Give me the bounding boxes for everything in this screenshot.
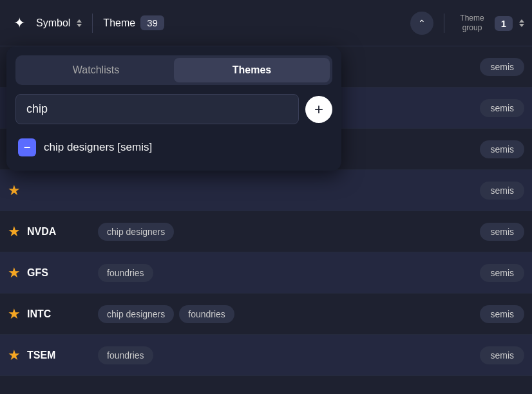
theme-label: Theme xyxy=(103,17,135,29)
tag-foundries: foundries xyxy=(98,346,153,364)
semis-badge: semis xyxy=(480,58,524,76)
collapse-button[interactable]: ⌃ xyxy=(410,12,433,35)
theme-group-label: Themegroup xyxy=(460,14,484,32)
group-badge-area: semis xyxy=(447,223,524,241)
tag-chip-designers: chip designers xyxy=(98,223,174,241)
semis-badge: semis xyxy=(480,264,524,282)
semis-badge: semis xyxy=(480,182,524,200)
add-theme-button[interactable]: + xyxy=(305,96,332,123)
tags-area: foundries xyxy=(98,346,447,364)
tags-area: foundries xyxy=(98,264,447,282)
semis-badge: semis xyxy=(480,223,524,241)
theme-group-count-badge: 1 xyxy=(495,16,513,31)
table-row: ★ TSEM foundries semis xyxy=(0,335,532,376)
group-badge-area: semis xyxy=(447,264,524,282)
theme-group-block: Themegroup xyxy=(460,14,484,32)
tags-area: chip designers foundries xyxy=(98,305,447,323)
semis-badge: semis xyxy=(480,305,524,323)
dropdown-panel: Watchlists Themes + chip designers [semi… xyxy=(6,46,341,171)
star-icon[interactable]: ★ xyxy=(8,265,21,281)
star-icon[interactable]: ★ xyxy=(8,306,21,323)
divider xyxy=(92,14,93,33)
tab-watchlists[interactable]: Watchlists xyxy=(18,58,174,82)
tab-row: Watchlists Themes xyxy=(15,55,332,85)
star-icon[interactable]: ★ xyxy=(8,347,21,364)
symbol-sort-arrows[interactable] xyxy=(77,19,82,27)
group-badge-area: semis xyxy=(447,140,524,158)
tags-area: chip designers xyxy=(98,223,447,241)
table-row: ★ NVDA chip designers semis xyxy=(0,211,532,252)
group-badge-area: semis xyxy=(447,58,524,76)
tab-themes[interactable]: Themes xyxy=(174,58,330,82)
top-bar: ✦ Symbol Theme 39 ⌃ Themegroup 1 xyxy=(0,0,532,46)
group-badge-area: semis xyxy=(447,305,524,323)
search-input[interactable] xyxy=(15,94,299,124)
semis-badge: semis xyxy=(480,140,524,158)
ticker-cell: GFS xyxy=(27,267,98,279)
group-badge-area: semis xyxy=(447,346,524,364)
ticker-cell: TSEM xyxy=(27,350,98,361)
star-icon[interactable]: ★ xyxy=(8,223,21,240)
semis-badge: semis xyxy=(480,99,524,117)
semis-badge: semis xyxy=(480,346,524,364)
group-badge-area: semis xyxy=(447,182,524,200)
table-row: ★ GFS foundries semis xyxy=(0,252,532,294)
ticker-cell: NVDA xyxy=(27,226,98,238)
symbol-label: Symbol xyxy=(36,17,70,29)
table-row: ★ semis xyxy=(0,170,532,211)
theme-result-text: chip designers [semis] xyxy=(44,141,152,154)
tag-foundries: foundries xyxy=(98,264,153,282)
tag-chip-designers: chip designers xyxy=(98,305,174,323)
divider2 xyxy=(444,14,444,33)
ticker-cell: INTC xyxy=(27,308,98,320)
symbol-icon: ✦ xyxy=(8,12,31,35)
group-badge-area: semis xyxy=(447,99,524,117)
theme-result-row: chip designers [semis] xyxy=(15,133,332,162)
theme-count-badge: 39 xyxy=(140,15,164,30)
minus-icon[interactable] xyxy=(18,138,36,156)
theme-group-sort-arrows[interactable] xyxy=(519,19,524,27)
star-icon[interactable]: ★ xyxy=(8,182,21,199)
tag-foundries: foundries xyxy=(179,305,234,323)
table-row: ★ INTC chip designers foundries semis xyxy=(0,294,532,335)
search-row: + xyxy=(15,94,332,124)
